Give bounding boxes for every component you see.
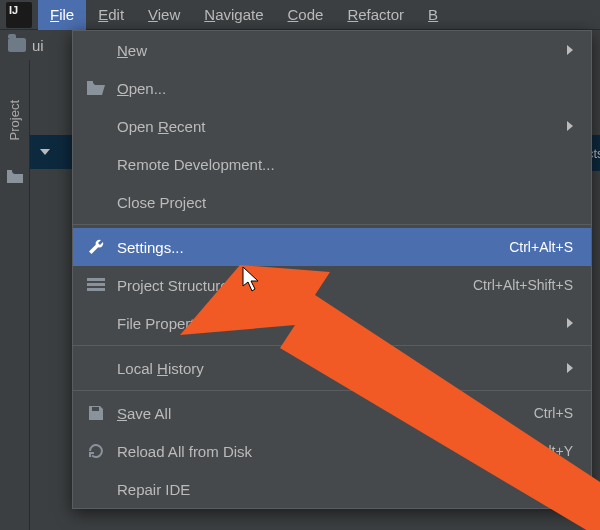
left-tool-rail: Project <box>0 60 30 530</box>
file-menu-open[interactable]: Open... <box>73 69 591 107</box>
reload-icon <box>85 440 107 462</box>
menu-edit[interactable]: Edit <box>86 0 136 30</box>
file-menu-reload-all[interactable]: Reload All from Disk Ctrl+Alt+Y <box>73 432 591 470</box>
menu-separator <box>73 390 591 391</box>
menu-navigate[interactable]: Navigate <box>192 0 275 30</box>
blank-icon <box>85 312 107 334</box>
submenu-arrow-icon <box>567 318 573 328</box>
file-menu-project-structure[interactable]: Project Structure... Ctrl+Alt+Shift+S <box>73 266 591 304</box>
file-menu-new[interactable]: New <box>73 31 591 69</box>
file-menu-file-properties[interactable]: File Properties <box>73 304 591 342</box>
menu-more[interactable]: B <box>416 0 450 30</box>
blank-icon <box>85 115 107 137</box>
blank-icon <box>85 39 107 61</box>
breadcrumb-text: ui <box>32 37 44 54</box>
file-menu-dropdown: New Open... Open Recent Remote Developme… <box>72 30 592 509</box>
shortcut-text: Ctrl+Alt+Shift+S <box>473 277 573 293</box>
menu-code[interactable]: Code <box>276 0 336 30</box>
project-tree <box>30 60 75 530</box>
save-icon <box>85 402 107 424</box>
wrench-icon <box>85 236 107 258</box>
file-menu-local-history[interactable]: Local History <box>73 349 591 387</box>
blank-icon <box>85 191 107 213</box>
shortcut-text: Ctrl+Alt+S <box>509 239 573 255</box>
file-menu-repair-ide[interactable]: Repair IDE <box>73 470 591 508</box>
shortcut-text: Ctrl+S <box>534 405 573 421</box>
menu-refactor[interactable]: Refactor <box>335 0 416 30</box>
open-folder-icon <box>85 77 107 99</box>
file-menu-settings[interactable]: Settings... Ctrl+Alt+S <box>73 228 591 266</box>
file-menu-close-project[interactable]: Close Project <box>73 183 591 221</box>
chevron-down-icon <box>40 149 50 155</box>
project-rail-icon <box>7 170 23 183</box>
blank-icon <box>85 153 107 175</box>
menu-separator <box>73 345 591 346</box>
submenu-arrow-icon <box>567 363 573 373</box>
blank-icon <box>85 478 107 500</box>
submenu-arrow-icon <box>567 45 573 55</box>
main-menu-bar: IJ File Edit View Navigate Code Refactor… <box>0 0 600 30</box>
ide-logo: IJ <box>6 2 32 28</box>
project-tool-button[interactable]: Project <box>7 100 22 140</box>
blank-icon <box>85 357 107 379</box>
file-menu-remote-development[interactable]: Remote Development... <box>73 145 591 183</box>
folder-icon <box>8 38 26 52</box>
project-structure-icon <box>85 274 107 296</box>
menu-separator <box>73 224 591 225</box>
menu-file[interactable]: File <box>38 0 86 30</box>
shortcut-text: Ctrl+Alt+Y <box>509 443 573 459</box>
tree-node-selected[interactable] <box>30 135 75 169</box>
menu-view[interactable]: View <box>136 0 192 30</box>
file-menu-open-recent[interactable]: Open Recent <box>73 107 591 145</box>
file-menu-save-all[interactable]: Save All Ctrl+S <box>73 394 591 432</box>
submenu-arrow-icon <box>567 121 573 131</box>
